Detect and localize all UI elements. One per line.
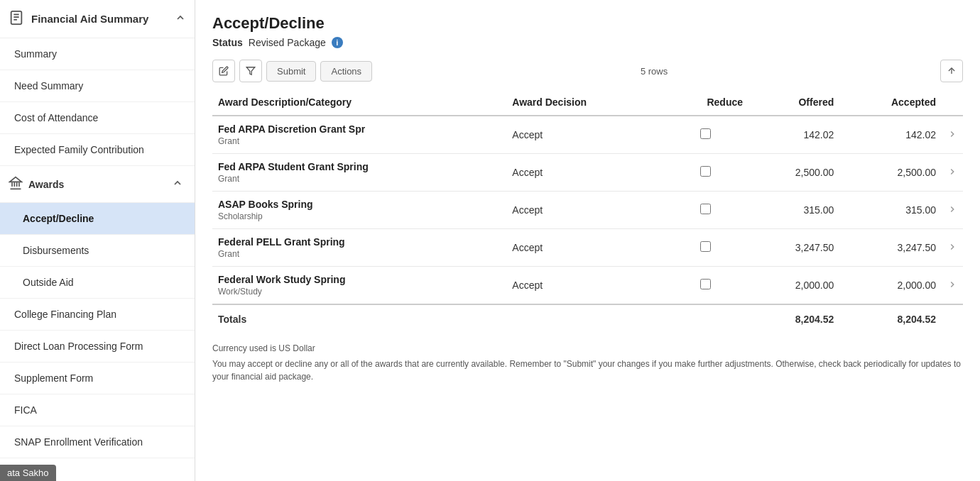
sidebar-item-accept-decline[interactable]: Accept/Decline (0, 203, 195, 235)
status-row: Status Revised Package i (212, 37, 963, 48)
totals-accepted: 8,204.52 (839, 304, 942, 333)
row-chevron-3[interactable] (942, 229, 963, 267)
awards-group-title: Awards (28, 179, 64, 190)
footer-desc: You may accept or decline any or all of … (212, 358, 963, 383)
award-decision-4: Accept (506, 267, 663, 305)
award-reduce-2[interactable] (663, 192, 748, 229)
totals-offered: 8,204.52 (748, 304, 839, 333)
row-chevron-1[interactable] (942, 154, 963, 192)
page-title: Accept/Decline (212, 14, 963, 33)
sidebar-item-expected-family-contribution[interactable]: Expected Family Contribution (0, 134, 195, 166)
toolbar-left: Submit Actions (212, 60, 372, 82)
sidebar-item-need-summary[interactable]: Need Summary (0, 70, 195, 102)
sidebar-item-snap-enrollment-verification[interactable]: SNAP Enrollment Verification (0, 426, 195, 458)
sidebar-item-college-financing-plan[interactable]: College Financing Plan (0, 299, 195, 331)
sidebar-item-fica[interactable]: FICA (0, 394, 195, 426)
sidebar-item-summary[interactable]: Summary (0, 38, 195, 70)
actions-button[interactable]: Actions (320, 61, 372, 82)
award-accepted-3: 3,247.50 (839, 229, 942, 267)
table-row: Fed ARPA Student Grant SpringGrantAccept… (212, 154, 963, 192)
sidebar-item-supplement-form[interactable]: Supplement Form (0, 363, 195, 394)
document-icon (9, 10, 24, 28)
award-decision-2: Accept (506, 192, 663, 229)
bank-icon (9, 176, 23, 192)
award-description-1: Fed ARPA Student Grant SpringGrant (212, 154, 506, 192)
sidebar-header-left: Financial Aid Summary (9, 10, 148, 28)
award-offered-0: 142.02 (748, 116, 839, 154)
svg-marker-10 (246, 67, 255, 75)
award-table: Award Description/Category Award Decisio… (212, 89, 963, 333)
reduce-checkbox-3[interactable] (700, 241, 711, 252)
sidebar-header-title: Financial Aid Summary (31, 13, 148, 25)
table-header-row: Award Description/Category Award Decisio… (212, 89, 963, 116)
table-row: ASAP Books SpringScholarshipAccept315.00… (212, 192, 963, 229)
sidebar-item-cost-of-attendance[interactable]: Cost of Attendance (0, 102, 195, 134)
award-decision-1: Accept (506, 154, 663, 192)
award-description-2: ASAP Books SpringScholarship (212, 192, 506, 229)
sidebar-top-items: SummaryNeed SummaryCost of AttendanceExp… (0, 38, 195, 166)
sidebar-header[interactable]: Financial Aid Summary (0, 0, 195, 38)
award-accepted-4: 2,000.00 (839, 267, 942, 305)
row-chevron-4[interactable] (942, 267, 963, 305)
submit-button[interactable]: Submit (266, 61, 316, 82)
award-description-3: Federal PELL Grant SpringGrant (212, 229, 506, 267)
col-offered: Offered (748, 89, 839, 116)
table-row: Federal PELL Grant SpringGrantAccept3,24… (212, 229, 963, 267)
toolbar: Submit Actions 5 rows (212, 60, 963, 82)
awards-group-left: Awards (9, 176, 64, 192)
row-chevron-0[interactable] (942, 116, 963, 154)
totals-row: Totals 8,204.52 8,204.52 (212, 304, 963, 333)
award-offered-3: 3,247.50 (748, 229, 839, 267)
sidebar-bottom-items: College Financing PlanDirect Loan Proces… (0, 299, 195, 458)
award-reduce-0[interactable] (663, 116, 748, 154)
info-icon[interactable]: i (332, 37, 343, 48)
sidebar-item-disbursements[interactable]: Disbursements (0, 235, 195, 267)
table-row: Fed ARPA Discretion Grant SprGrantAccept… (212, 116, 963, 154)
totals-label: Totals (212, 304, 506, 333)
award-reduce-1[interactable] (663, 154, 748, 192)
sidebar-item-direct-loan-processing-form[interactable]: Direct Loan Processing Form (0, 331, 195, 363)
totals-decision (506, 304, 663, 333)
filter-button[interactable] (239, 60, 262, 82)
award-description-4: Federal Work Study SpringWork/Study (212, 267, 506, 305)
reduce-checkbox-2[interactable] (700, 204, 711, 214)
svg-marker-9 (10, 177, 22, 182)
reduce-checkbox-1[interactable] (700, 166, 711, 177)
row-chevron-2[interactable] (942, 192, 963, 229)
award-reduce-4[interactable] (663, 267, 748, 305)
totals-chevron (942, 304, 963, 333)
award-description-0: Fed ARPA Discretion Grant SprGrant (212, 116, 506, 154)
award-offered-4: 2,000.00 (748, 267, 839, 305)
main-content: Accept/Decline Status Revised Package i … (195, 0, 980, 481)
table-row: Federal Work Study SpringWork/StudyAccep… (212, 267, 963, 305)
col-reduce: Reduce (663, 89, 748, 116)
status-value: Revised Package (249, 37, 326, 48)
rows-count: 5 rows (641, 66, 668, 77)
sidebar-awards-group[interactable]: Awards (0, 166, 195, 203)
col-accepted: Accepted (839, 89, 942, 116)
award-offered-1: 2,500.00 (748, 154, 839, 192)
award-accepted-0: 142.02 (839, 116, 942, 154)
sidebar-item-outside-aid[interactable]: Outside Aid (0, 267, 195, 299)
award-reduce-3[interactable] (663, 229, 748, 267)
reduce-checkbox-4[interactable] (700, 279, 711, 289)
status-label: Status (212, 37, 243, 48)
col-decision: Award Decision (506, 89, 663, 116)
award-accepted-2: 315.00 (839, 192, 942, 229)
sort-button[interactable] (940, 60, 963, 82)
watermark: ata Sakho (0, 465, 56, 481)
reduce-checkbox-0[interactable] (700, 128, 711, 139)
award-table-body: Fed ARPA Discretion Grant SprGrantAccept… (212, 116, 963, 304)
sidebar-awards-items: Accept/DeclineDisbursementsOutside Aid (0, 203, 195, 299)
chevron-up-icon (175, 12, 186, 26)
edit-button[interactable] (212, 60, 235, 82)
award-offered-2: 315.00 (748, 192, 839, 229)
award-decision-3: Accept (506, 229, 663, 267)
col-chevron (942, 89, 963, 116)
sidebar: Financial Aid Summary SummaryNeed Summar… (0, 0, 195, 481)
footer-note: Currency used is US Dollar (212, 343, 963, 353)
award-decision-0: Accept (506, 116, 663, 154)
col-description: Award Description/Category (212, 89, 506, 116)
award-accepted-1: 2,500.00 (839, 154, 942, 192)
chevron-up-awards-icon (172, 177, 183, 191)
